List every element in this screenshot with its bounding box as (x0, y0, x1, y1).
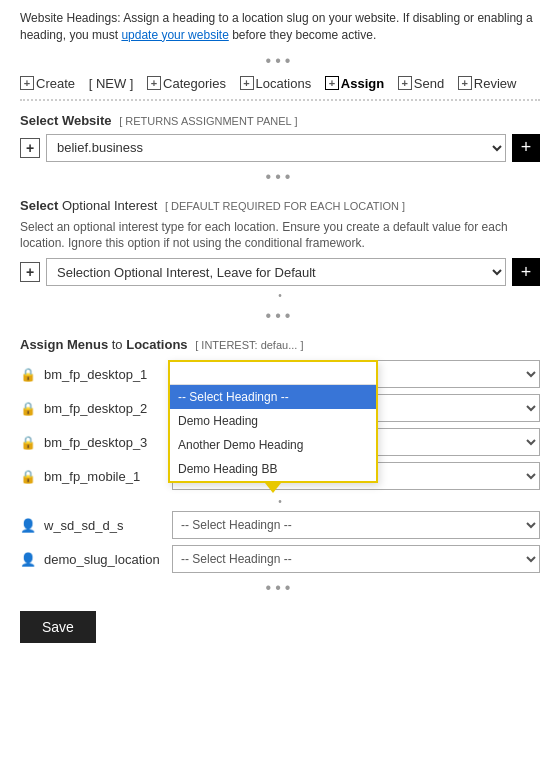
categories-plus-icon: + (147, 76, 161, 90)
dropdown-option-another-demo-heading[interactable]: Another Demo Heading (170, 433, 376, 457)
select-website-bracket: [ RETURNS ASSIGNMENT PANEL ] (119, 115, 297, 127)
toolbar-send[interactable]: + Send (398, 76, 444, 91)
dot-1: • (20, 290, 540, 301)
top-notice: Website Headings: Assign a heading to a … (20, 10, 540, 44)
dot-2: • (20, 496, 540, 507)
website-plus-box[interactable]: + (20, 138, 40, 158)
select-interest-label: Select Optional Interest [ DEFAULT REQUI… (20, 198, 540, 213)
dots-separator-4: ••• (20, 579, 540, 597)
slug-name-5: w_sd_sd_d_s (44, 518, 164, 533)
menu-row-w-sd-sd-d-s: 👤 w_sd_sd_d_s -- Select Headingn -- (20, 511, 540, 539)
toolbar-send-label: Send (414, 76, 444, 91)
toolbar-locations-label: Locations (256, 76, 312, 91)
slug-name-4: bm_fp_mobile_1 (44, 469, 164, 484)
heading-dropdown: -- Select Headingn -- Demo Heading Anoth… (168, 360, 378, 483)
slug-name-1: bm_fp_desktop_1 (44, 367, 164, 382)
lock-icon-2: 🔒 (20, 401, 36, 416)
select-interest-desc: Select an optional interest type for eac… (20, 219, 540, 253)
website-add-button[interactable]: + (512, 134, 540, 162)
lock-icon-3: 🔒 (20, 435, 36, 450)
toolbar-create-label: Create (36, 76, 75, 91)
slug-name-6: demo_slug_location (44, 552, 164, 567)
menu-row-bm-fp-desktop-1: 🔒 bm_fp_desktop_1 -- Selec... -- Select … (20, 360, 540, 388)
menu-row-demo-slug-location: 👤 demo_slug_location -- Select Headingn … (20, 545, 540, 573)
select-interest-row: + Selection Optional Interest, Leave for… (20, 258, 540, 286)
send-plus-icon: + (398, 76, 412, 90)
assign-plus-icon: + (325, 76, 339, 90)
toolbar-assign[interactable]: + Assign (325, 76, 384, 91)
slug-name-3: bm_fp_desktop_3 (44, 435, 164, 450)
dropdown-arrow (265, 483, 281, 493)
toolbar-locations[interactable]: + Locations (240, 76, 312, 91)
dropdown-option-demo-heading-bb[interactable]: Demo Heading BB (170, 457, 376, 481)
toolbar-categories[interactable]: + Categories (147, 76, 226, 91)
toolbar-review-label: Review (474, 76, 517, 91)
dots-separator-2: ••• (20, 168, 540, 186)
heading-select-6[interactable]: -- Select Headingn -- (172, 545, 540, 573)
create-plus-icon: + (20, 76, 34, 90)
locations-plus-icon: + (240, 76, 254, 90)
toolbar-create[interactable]: + Create (20, 76, 75, 91)
lock-icon-4: 🔒 (20, 469, 36, 484)
person-icon-1: 👤 (20, 518, 36, 533)
review-plus-icon: + (458, 76, 472, 90)
website-select[interactable]: belief.business (46, 134, 506, 162)
toolbar-new-label: [ NEW ] (89, 76, 134, 91)
person-icon-2: 👤 (20, 552, 36, 567)
heading-select-5[interactable]: -- Select Headingn -- (172, 511, 540, 539)
interest-add-button[interactable]: + (512, 258, 540, 286)
update-website-link[interactable]: update your website (121, 28, 228, 42)
select-website-row: + belief.business + (20, 134, 540, 162)
toolbar-assign-label: Assign (341, 76, 384, 91)
dropdown-option-demo-heading[interactable]: Demo Heading (170, 409, 376, 433)
save-button[interactable]: Save (20, 611, 96, 643)
toolbar: + Create [ NEW ] + Categories + Location… (20, 76, 540, 91)
lock-icon-1: 🔒 (20, 367, 36, 382)
dots-separator-3: ••• (20, 307, 540, 325)
assign-menus-label: Assign Menus to Locations [ INTEREST: de… (20, 337, 540, 352)
toolbar-review[interactable]: + Review (458, 76, 517, 91)
dropdown-option-select-heading[interactable]: -- Select Headingn -- (170, 385, 376, 409)
assign-menus-bracket: [ INTEREST: defau... ] (195, 339, 303, 351)
toolbar-new[interactable]: [ NEW ] (89, 76, 134, 91)
dashed-divider (20, 99, 540, 101)
select-interest-bracket: [ DEFAULT REQUIRED FOR EACH LOCATION ] (165, 200, 405, 212)
interest-plus-box[interactable]: + (20, 262, 40, 282)
select-website-label: Select Website [ RETURNS ASSIGNMENT PANE… (20, 113, 540, 128)
toolbar-categories-label: Categories (163, 76, 226, 91)
slug-name-2: bm_fp_desktop_2 (44, 401, 164, 416)
dots-separator-1: ••• (20, 52, 540, 70)
interest-select[interactable]: Selection Optional Interest, Leave for D… (46, 258, 506, 286)
dropdown-search-input[interactable] (170, 362, 376, 385)
